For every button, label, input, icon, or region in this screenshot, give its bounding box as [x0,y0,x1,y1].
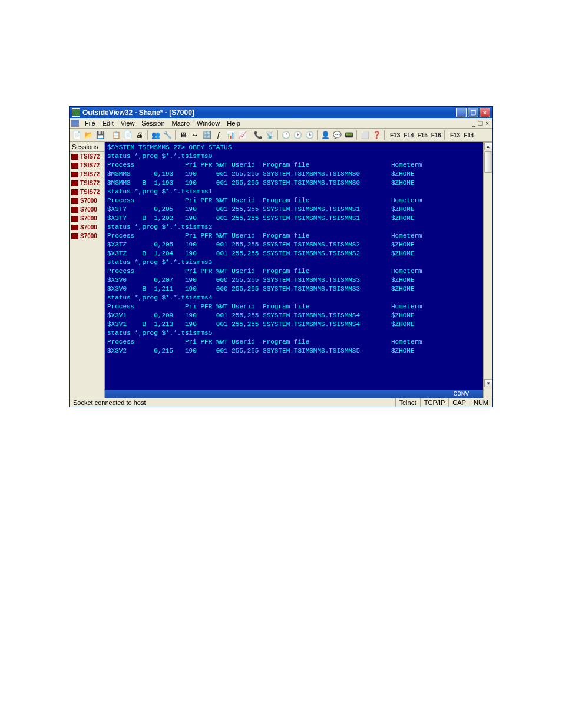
font-icon[interactable]: 🔡 [201,130,212,140]
close-button[interactable]: × [480,108,490,117]
menu-session[interactable]: Session [138,119,168,127]
session-label: S7000 [80,215,97,222]
fkey-group-2: F13 F14 [449,131,475,140]
f15-button[interactable]: F15 [416,131,428,140]
phone1-icon[interactable]: 📞 [253,130,263,140]
terminal-icon [71,189,78,195]
chat-icon[interactable]: 💬 [332,130,342,140]
f13b-button[interactable]: F13 [449,131,461,140]
status-telnet: Telnet [396,398,421,407]
menu-view[interactable]: View [117,119,138,127]
menu-edit[interactable]: Edit [99,119,117,127]
vertical-scrollbar[interactable]: ▲ ▼ [483,142,492,398]
terminal-icon [71,180,78,186]
status-caps: CAP [449,398,470,407]
clock1-icon[interactable]: 🕐 [280,130,291,140]
session-label: TSIS72 [80,180,100,186]
status-protocol: TCP/IP [421,398,449,407]
session-label: TSIS72 [80,171,100,177]
minimize-button[interactable]: _ [456,108,467,117]
app-icon [72,108,80,117]
paste-icon[interactable]: 📄 [123,130,133,140]
terminal-output[interactable]: $SYSTEM TSIMSMMS 27> OBEY STATUS status … [105,142,492,390]
terminal-icon [71,216,78,222]
terminal-icon [71,163,78,169]
session-tab-5[interactable]: S7000 [70,196,104,205]
window-title: OutsideView32 - Shane* - [S7000] [82,108,456,117]
doc-minimize-button[interactable]: _ [472,120,476,127]
terminal-icon [71,233,78,239]
scroll-thumb[interactable] [484,151,492,173]
menu-help[interactable]: Help [223,119,244,127]
function-icon[interactable]: ƒ [213,130,224,140]
session-label: TSIS72 [80,162,100,169]
terminal-icon [71,225,78,230]
session-label: TSIS72 [80,189,100,195]
box-icon[interactable]: ⬜ [359,130,370,140]
save-icon[interactable]: 💾 [95,130,105,140]
new-icon[interactable]: 📄 [71,130,82,140]
maximize-button[interactable]: ❐ [468,108,478,117]
bar-icon[interactable]: 📊 [225,130,236,140]
menu-bar: File Edit View Session Macro Window Help… [70,118,492,129]
f16-button[interactable]: F16 [430,131,442,140]
open-icon[interactable]: 📂 [83,130,94,140]
screen-icon[interactable]: 🖥 [178,130,189,140]
title-bar[interactable]: OutsideView32 - Shane* - [S7000] _ ❐ × [70,107,492,118]
session-tab-9[interactable]: S7000 [70,232,104,241]
chart-icon[interactable]: 📈 [237,130,247,140]
device-icon[interactable]: 📟 [343,130,354,140]
phone2-icon[interactable]: 📡 [265,130,275,140]
session-tab-1[interactable]: TSIS72 [70,161,104,170]
status-bar: Socket connected to host Telnet TCP/IP C… [70,398,492,407]
session-label: S7000 [80,224,97,230]
copy-icon[interactable]: 📋 [111,130,121,140]
menu-window[interactable]: Window [193,119,223,127]
toolbar: 📄 📂 💾 📋 📄 🖨 👥 🔧 🖥 ↔ 🔡 ƒ 📊 📈 📞 📡 🕐 🕑 🕒 👤 … [70,129,492,142]
session-tab-2[interactable]: TSIS72 [70,170,104,179]
terminal-icon [71,207,78,213]
print-icon[interactable]: 🖨 [134,130,145,140]
fkey-group-1: F13 F14 F15 F16 [389,131,442,140]
session-label: S7000 [80,233,97,239]
document-icon[interactable] [71,120,79,127]
users-icon[interactable]: 👥 [150,130,161,140]
f14-button[interactable]: F14 [402,131,415,140]
menu-file[interactable]: File [81,119,99,127]
session-tab-8[interactable]: S7000 [70,223,104,232]
session-tab-7[interactable]: S7000 [70,214,104,223]
session-tab-6[interactable]: S7000 [70,205,104,214]
clock2-icon[interactable]: 🕑 [292,130,303,140]
scroll-up-arrow[interactable]: ▲ [484,142,492,150]
doc-close-button[interactable]: × [485,120,489,127]
status-connection: Socket connected to host [70,398,396,407]
terminal-icon [71,172,78,177]
sessions-sidebar: Sessions TSIS72 TSIS72 TSIS72 TSIS72 TSI… [70,142,105,398]
f14b-button[interactable]: F14 [462,131,475,140]
main-area: Sessions TSIS72 TSIS72 TSIS72 TSIS72 TSI… [70,142,492,398]
f13-button[interactable]: F13 [389,131,401,140]
terminal-icon [71,198,78,204]
session-label: S7000 [80,197,97,204]
status-num: NUM [470,398,492,407]
session-tab-3[interactable]: TSIS72 [70,179,104,187]
help-icon[interactable]: ❓ [371,130,382,140]
person-icon[interactable]: 👤 [320,130,330,140]
clock3-icon[interactable]: 🕒 [304,130,315,140]
doc-restore-button[interactable]: ❐ [478,120,483,127]
resize-icon[interactable]: ↔ [190,130,200,140]
session-label: S7000 [80,206,97,213]
session-label: TSIS72 [80,153,100,160]
app-window: OutsideView32 - Shane* - [S7000] _ ❐ × F… [69,106,493,407]
settings-icon[interactable]: 🔧 [162,130,173,140]
terminal-container: $SYSTEM TSIMSMMS 27> OBEY STATUS status … [105,142,492,398]
session-tab-4[interactable]: TSIS72 [70,187,104,196]
session-tab-0[interactable]: TSIS72 [70,152,104,161]
scroll-down-arrow[interactable]: ▼ [484,379,492,387]
sidebar-header: Sessions [70,142,104,152]
menu-macro[interactable]: Macro [168,119,194,127]
terminal-info-bar: CONV [105,390,492,398]
terminal-icon [71,154,78,160]
